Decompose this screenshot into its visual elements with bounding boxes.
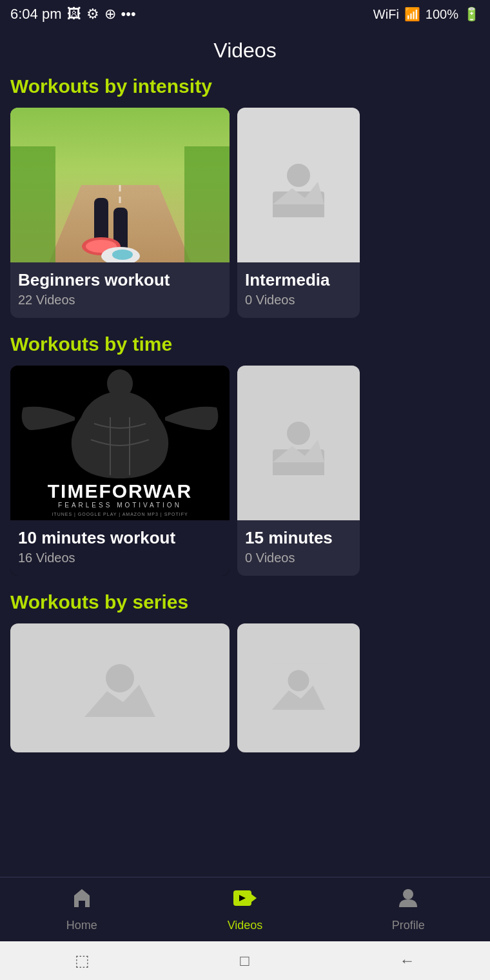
nav-label-home: Home	[66, 919, 97, 932]
card-info-ten-minutes: 10 minutes workout 16 Videos	[10, 520, 230, 576]
placeholder-svg-2	[266, 411, 331, 475]
bottom-nav: Home Videos Profile	[0, 877, 490, 941]
system-back-btn[interactable]: ←	[400, 952, 415, 970]
nav-label-videos: Videos	[228, 919, 263, 932]
nav-label-profile: Profile	[392, 919, 425, 932]
svg-point-15	[107, 369, 133, 398]
card-title-fifteen-minutes: 15 minutes	[245, 528, 352, 548]
status-left: 6:04 pm 🖼 ⚙ ⊕ •••	[10, 6, 136, 23]
timeforwar-svg: TIMEFORWAR FEARLESS MOTIVATION ITUNES | …	[10, 366, 230, 520]
card-subtitle-fifteen-minutes: 0 Videos	[245, 551, 352, 565]
svg-point-10	[112, 250, 133, 260]
card-series-2[interactable]	[237, 623, 360, 752]
section-title-series: Workouts by series	[10, 591, 480, 613]
tools-icon: ⚙	[86, 6, 99, 23]
card-info-fifteen-minutes: 15 minutes 0 Videos	[237, 520, 360, 576]
card-image-intermediate	[237, 108, 360, 262]
status-time: 6:04 pm	[10, 6, 62, 23]
nav-item-home[interactable]: Home	[0, 887, 163, 932]
profile-icon	[397, 887, 420, 915]
svg-text:ITUNES | GOOGLE PLAY | AMAZON : ITUNES | GOOGLE PLAY | AMAZON MP3 | SPOT…	[52, 512, 188, 517]
status-right: WiFi 📶 100% 🔋	[373, 6, 480, 22]
battery-icon: 🔋	[464, 6, 480, 22]
wifi-icon: WiFi	[373, 7, 399, 22]
section-time: Workouts by time	[0, 333, 490, 591]
globe-icon: ⊕	[104, 6, 116, 23]
svg-marker-29	[251, 894, 257, 902]
nav-item-videos[interactable]: Videos	[163, 887, 326, 932]
status-bar: 6:04 pm 🖼 ⚙ ⊕ ••• WiFi 📶 100% 🔋	[0, 0, 490, 28]
nav-item-profile[interactable]: Profile	[327, 887, 490, 932]
card-image-timeforwar: TIMEFORWAR FEARLESS MOTIVATION ITUNES | …	[10, 366, 230, 520]
section-title-time: Workouts by time	[10, 333, 480, 355]
signal-icon: 📶	[404, 6, 420, 22]
card-fifteen-minutes[interactable]: 15 minutes 0 Videos	[237, 366, 360, 576]
svg-point-19	[287, 422, 310, 445]
svg-rect-5	[94, 198, 108, 243]
videos-icon	[232, 887, 258, 915]
card-info-intermediate: Intermedia 0 Videos	[237, 262, 360, 318]
section-series: Workouts by series	[0, 591, 490, 768]
card-image-series-1	[10, 623, 230, 752]
svg-rect-4	[184, 146, 230, 262]
svg-point-11	[287, 164, 310, 187]
cards-row-intensity: Beginners workout 22 Videos Intermedia 0…	[10, 108, 480, 318]
card-title-intermediate: Intermedia	[245, 270, 352, 290]
svg-rect-3	[10, 146, 55, 262]
cards-row-series	[10, 623, 480, 752]
svg-text:TIMEFORWAR: TIMEFORWAR	[48, 480, 192, 502]
card-image-fifteen	[237, 366, 360, 520]
card-info-beginners: Beginners workout 22 Videos	[10, 262, 230, 318]
more-icon: •••	[121, 6, 136, 23]
card-beginners[interactable]: Beginners workout 22 Videos	[10, 108, 230, 318]
page-title: Videos	[0, 28, 490, 75]
section-intensity: Workouts by intensity	[0, 75, 490, 333]
svg-point-31	[403, 889, 413, 899]
card-title-ten-minutes: 10 minutes workout	[18, 528, 222, 548]
placeholder-svg	[266, 153, 331, 217]
card-image-series-2	[237, 623, 360, 752]
section-title-intensity: Workouts by intensity	[10, 75, 480, 97]
series-placeholder-svg-1	[81, 656, 159, 720]
card-subtitle-beginners: 22 Videos	[18, 293, 222, 308]
photo-icon: 🖼	[67, 6, 81, 23]
runner-svg	[10, 108, 230, 262]
card-ten-minutes[interactable]: TIMEFORWAR FEARLESS MOTIVATION ITUNES | …	[10, 366, 230, 576]
card-intermediate[interactable]: Intermedia 0 Videos	[237, 108, 360, 318]
svg-text:FEARLESS MOTIVATION: FEARLESS MOTIVATION	[58, 502, 182, 509]
card-series-1[interactable]	[10, 623, 230, 752]
card-subtitle-intermediate: 0 Videos	[245, 293, 352, 308]
battery-text: 100%	[426, 7, 458, 22]
svg-point-26	[288, 670, 309, 691]
system-nav: ⬚ □ ←	[0, 941, 490, 980]
cards-row-time: TIMEFORWAR FEARLESS MOTIVATION ITUNES | …	[10, 366, 480, 576]
series-placeholder-svg-2	[270, 656, 328, 720]
system-home-btn[interactable]: □	[240, 952, 250, 970]
svg-point-23	[106, 664, 134, 692]
card-image-beginners	[10, 108, 230, 262]
home-icon	[70, 887, 93, 915]
card-subtitle-ten-minutes: 16 Videos	[18, 551, 222, 565]
card-title-beginners: Beginners workout	[18, 270, 222, 290]
system-recents-btn[interactable]: ⬚	[75, 952, 90, 970]
main-content: Workouts by intensity	[0, 75, 490, 884]
